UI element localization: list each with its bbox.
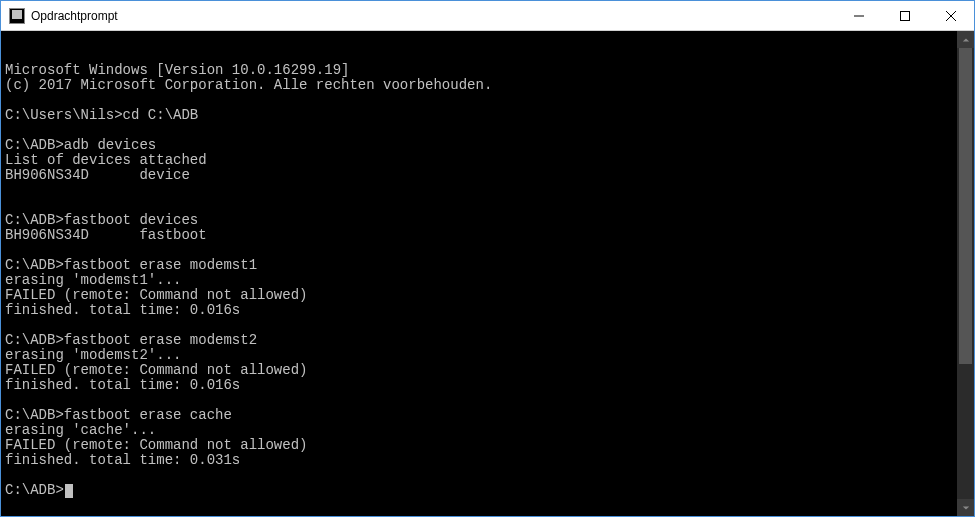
terminal-output[interactable]: Microsoft Windows [Version 10.0.16299.19…	[1, 31, 974, 516]
terminal-line: C:\ADB>fastboot erase modemst2	[5, 333, 970, 348]
vertical-scrollbar[interactable]	[957, 31, 974, 516]
titlebar[interactable]: Opdrachtprompt	[1, 1, 974, 31]
maximize-icon	[900, 11, 910, 21]
close-icon	[946, 11, 956, 21]
scroll-track[interactable]	[957, 48, 974, 499]
command-prompt-window: Opdrachtprompt Microsoft Windows [Versio…	[0, 0, 975, 517]
terminal-line	[5, 93, 970, 108]
terminal-line: C:\ADB>adb devices	[5, 138, 970, 153]
terminal-line	[5, 123, 970, 138]
terminal-line: C:\ADB>fastboot erase cache	[5, 408, 970, 423]
terminal-line: FAILED (remote: Command not allowed)	[5, 363, 970, 378]
terminal-line: (c) 2017 Microsoft Corporation. Alle rec…	[5, 78, 970, 93]
scroll-thumb[interactable]	[959, 48, 972, 364]
terminal-line: Microsoft Windows [Version 10.0.16299.19…	[5, 63, 970, 78]
terminal-line: finished. total time: 0.031s	[5, 453, 970, 468]
cmd-icon	[9, 8, 25, 24]
minimize-button[interactable]	[836, 1, 882, 30]
terminal-line	[5, 318, 970, 333]
terminal-line: erasing 'cache'...	[5, 423, 970, 438]
prompt-text: C:\ADB>	[5, 482, 64, 498]
terminal-line: FAILED (remote: Command not allowed)	[5, 438, 970, 453]
terminal-line	[5, 243, 970, 258]
cursor	[65, 484, 73, 498]
terminal-line: FAILED (remote: Command not allowed)	[5, 288, 970, 303]
terminal-line	[5, 393, 970, 408]
terminal-line: finished. total time: 0.016s	[5, 378, 970, 393]
terminal-line: BH906NS34D fastboot	[5, 228, 970, 243]
close-button[interactable]	[928, 1, 974, 30]
chevron-down-icon	[962, 504, 970, 512]
terminal-prompt-line[interactable]: C:\ADB>	[5, 483, 970, 498]
terminal-line: C:\ADB>fastboot devices	[5, 213, 970, 228]
terminal-line	[5, 198, 970, 213]
terminal-line: C:\Users\Nils>cd C:\ADB	[5, 108, 970, 123]
chevron-up-icon	[962, 36, 970, 44]
terminal-line: C:\ADB>fastboot erase modemst1	[5, 258, 970, 273]
terminal-line: List of devices attached	[5, 153, 970, 168]
terminal-line: erasing 'modemst2'...	[5, 348, 970, 363]
svg-rect-1	[901, 11, 910, 20]
terminal-line: BH906NS34D device	[5, 168, 970, 183]
scroll-down-button[interactable]	[957, 499, 974, 516]
scroll-up-button[interactable]	[957, 31, 974, 48]
window-title: Opdrachtprompt	[31, 9, 118, 23]
window-controls	[836, 1, 974, 30]
terminal-line: erasing 'modemst1'...	[5, 273, 970, 288]
terminal-line	[5, 183, 970, 198]
minimize-icon	[854, 11, 864, 21]
terminal-line: finished. total time: 0.016s	[5, 303, 970, 318]
terminal-line	[5, 468, 970, 483]
maximize-button[interactable]	[882, 1, 928, 30]
